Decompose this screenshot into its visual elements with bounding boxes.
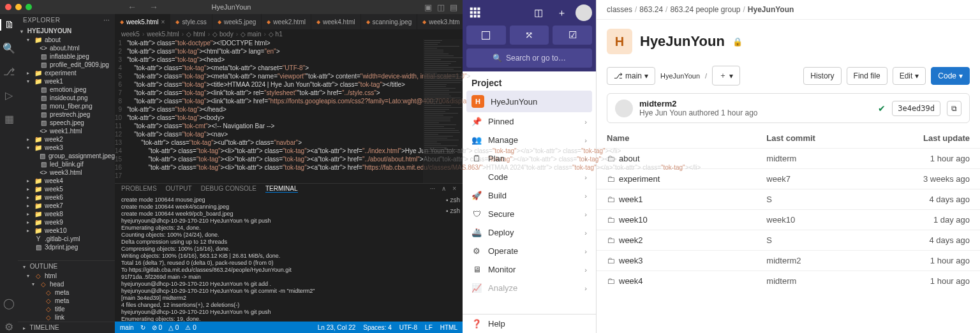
commit-sha[interactable]: 3e4ed39d — [892, 101, 940, 116]
tree-item[interactable]: <>week3.html — [18, 168, 115, 177]
status-item[interactable]: Ln 23, Col 22 — [318, 324, 356, 331]
minimap[interactable] — [423, 39, 463, 183]
tree-item[interactable]: ▸📁week2 — [18, 135, 115, 144]
explorer-more-icon[interactable]: ··· — [103, 17, 110, 24]
editor-tab[interactable]: ◆week5.jpeg — [212, 14, 262, 29]
tree-item[interactable]: ▨insideout.png — [18, 94, 115, 102]
tree-item[interactable]: ▨profile_edit_0909.jpg — [18, 61, 115, 69]
status-item[interactable]: △ 0 — [168, 324, 179, 331]
panel-tab[interactable]: OUTPUT — [166, 185, 192, 193]
help-link[interactable]: ❓ Help — [463, 314, 596, 333]
sidebar-collapse-icon[interactable]: ◫ — [530, 4, 547, 22]
panel-layout2-icon[interactable]: ◫ — [437, 3, 445, 12]
outline-item[interactable]: ◇meta — [18, 297, 115, 305]
status-item[interactable]: ⚠ 0 — [185, 324, 196, 331]
editor-tab[interactable]: ◆week4.html — [311, 14, 361, 29]
tree-item[interactable]: Y.gitlab-ci.yml — [18, 235, 115, 243]
tree-item[interactable]: ▨moru_fiber.png — [18, 102, 115, 110]
scm-icon[interactable]: ⎇ — [3, 66, 15, 78]
user-avatar[interactable] — [575, 4, 592, 21]
status-item[interactable]: HTML — [440, 324, 457, 331]
copy-sha-icon[interactable]: ⧉ — [947, 101, 961, 116]
tree-item[interactable]: ▨group_assignment.jpeg — [18, 152, 115, 160]
terminal-more-icon[interactable]: ··· — [430, 185, 435, 193]
sidebar-item-secure[interactable]: 🛡 Secure› — [463, 205, 596, 223]
tree-item[interactable]: ▸📁week5 — [18, 185, 115, 193]
tree-item[interactable]: ▨3dprint.jpeg — [18, 243, 115, 251]
gitlab-breadcrumb[interactable]: classes/863.24/863.24 people group/HyeJu… — [597, 0, 980, 20]
sidebar-item-plan[interactable]: 🗒 Plan› — [463, 149, 596, 168]
tree-item[interactable]: <>week1.html — [18, 127, 115, 135]
code-dropdown[interactable]: Code ▾ — [931, 67, 970, 85]
add-dropdown[interactable]: ＋ ▾ — [712, 66, 740, 85]
tree-item[interactable]: ▾📁week1 — [18, 77, 115, 85]
table-row[interactable]: 🗀week1 S 4 days ago — [597, 189, 980, 209]
editor-tab[interactable]: ◆week2.html — [262, 14, 311, 29]
panel-tab[interactable]: PROBLEMS — [121, 185, 157, 193]
nav-fwd-icon[interactable]: → — [149, 2, 158, 12]
panel-tab[interactable]: TERMINAL — [265, 185, 298, 193]
outline-item[interactable]: ◇meta — [18, 288, 115, 297]
table-row[interactable]: 🗀week4 midterm 1 hour ago — [597, 270, 980, 291]
tree-item[interactable]: ▸📁week10 — [18, 226, 115, 235]
find-file-button[interactable]: Find file — [847, 67, 887, 85]
sidebar-item-pinned[interactable]: 📌 Pinned› — [463, 112, 596, 131]
sidebar-item-monitor[interactable]: 🖥 Monitor› — [463, 260, 596, 279]
status-item[interactable]: LF — [425, 324, 433, 331]
gear-icon[interactable]: ⚙ — [4, 321, 13, 333]
explorer-icon[interactable]: 🗎 — [0, 19, 18, 31]
new-icon[interactable]: ＋ — [553, 4, 570, 22]
code-editor[interactable]: "tok-attr"> class="tok-doctype"><!DOCTYP… — [127, 39, 701, 183]
outline-item[interactable]: ▾◇head — [18, 280, 115, 288]
tree-item[interactable]: <>about.html — [18, 44, 115, 52]
table-row[interactable]: 🗀week2 S 4 days ago — [597, 230, 980, 250]
traffic-close[interactable] — [5, 4, 11, 10]
table-row[interactable]: 🗀week10 week10 1 day ago — [597, 209, 980, 230]
extensions-icon[interactable]: ▦ — [4, 113, 14, 125]
editor-tab[interactable]: ◆scanning.jpeg — [361, 14, 418, 29]
tree-item[interactable]: ▸📁week6 — [18, 193, 115, 202]
status-item[interactable]: ⊘ 0 — [152, 324, 162, 331]
traffic-minimize[interactable] — [15, 4, 22, 10]
panel-layout-icon[interactable]: ▣ — [424, 3, 432, 12]
root-folder[interactable]: HYEJUNYOUN — [27, 27, 71, 34]
tree-item[interactable]: ▸📁week7 — [18, 202, 115, 210]
tree-item[interactable]: ▸📁week9 — [18, 218, 115, 226]
tree-item[interactable]: ▨emotion.jpeg — [18, 85, 115, 94]
terminal-instance[interactable]: ▪ zsh — [446, 196, 460, 204]
account-icon[interactable]: ◯ — [3, 297, 15, 309]
panel-tab[interactable]: DEBUG CONSOLE — [201, 185, 256, 193]
sidebar-item-operate[interactable]: ⚙ Operate› — [463, 242, 596, 260]
tree-item[interactable]: ▾📁week3 — [18, 144, 115, 152]
breadcrumb[interactable]: week5›week5.html›◇ html›◇ body›◇ main›◇ … — [115, 29, 463, 39]
status-item[interactable]: ↻ — [140, 324, 145, 331]
tree-item[interactable]: ▸📁week4 — [18, 177, 115, 185]
tree-item[interactable]: ▸📁week8 — [18, 210, 115, 218]
status-item[interactable]: main — [120, 324, 134, 331]
sidebar-item-code[interactable]: Code› — [463, 168, 596, 186]
editor-tab[interactable]: ◆week5.html× — [115, 14, 170, 29]
apps-grid-icon[interactable] — [466, 4, 484, 22]
tree-item[interactable]: ▨prestrech.jpeg — [18, 110, 115, 119]
sidebar-item-manage[interactable]: 👥 Manage› — [463, 131, 596, 149]
tree-item[interactable]: ▨led_blink.gif — [18, 160, 115, 168]
tree-item[interactable]: ▨inflatable.jpeg — [18, 52, 115, 61]
terminal-close-icon[interactable]: × — [452, 185, 456, 193]
panel-layout3-icon[interactable]: ▤ — [450, 3, 457, 12]
traffic-zoom[interactable] — [26, 4, 32, 10]
history-button[interactable]: History — [803, 67, 841, 85]
editor-tab[interactable]: ◆week3.htm — [417, 14, 463, 29]
terminal-instance[interactable]: ▪ zsh — [446, 207, 460, 214]
sidebar-item-deploy[interactable]: 🚢 Deploy› — [463, 223, 596, 242]
debug-icon[interactable]: ▷ — [5, 89, 13, 101]
terminal[interactable]: create mode 100644 mouse.jpeg create mod… — [121, 196, 456, 322]
tree-item[interactable]: ▾📁about — [18, 36, 115, 44]
editor-tab[interactable]: ◆style.css — [170, 14, 212, 29]
sidebar-item-build[interactable]: 🚀 Build› — [463, 186, 596, 205]
edit-dropdown[interactable]: Edit ▾ — [893, 67, 926, 85]
outline-item[interactable]: ▾◇html — [18, 272, 115, 280]
search-icon[interactable]: 🔍 — [3, 42, 15, 54]
table-row[interactable]: 🗀week3 midterm2 1 hour ago — [597, 250, 980, 270]
pipeline-success-icon[interactable]: ✔ — [878, 103, 886, 114]
tree-item[interactable]: ▨speech.jpeg — [18, 119, 115, 127]
